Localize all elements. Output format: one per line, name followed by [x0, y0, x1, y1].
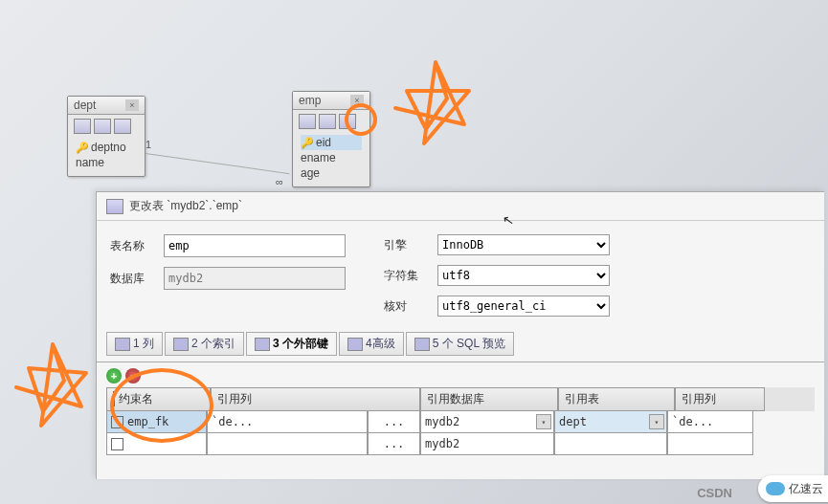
dialog-title: 更改表 `mydb2`.`emp` [129, 198, 242, 214]
sql-icon [414, 338, 430, 351]
chevron-down-icon[interactable]: ▾ [536, 414, 551, 429]
input-table-name[interactable] [164, 234, 346, 257]
label-database: 数据库 [110, 271, 158, 287]
er-toolbar [68, 115, 145, 138]
field-age[interactable]: age [301, 165, 362, 181]
er-title-bar: dept × [68, 97, 145, 115]
chevron-down-icon[interactable]: ▾ [649, 414, 664, 429]
cell-ref-table[interactable] [554, 433, 667, 455]
header-ref-db: 引用数据库 [420, 387, 558, 411]
cell-ref-db[interactable]: mydb2 [420, 433, 554, 455]
table-icon [319, 114, 336, 129]
watermark-yisu: 亿速云 [758, 475, 828, 502]
table-icon [106, 199, 123, 214]
circle-annotation-icon [110, 368, 213, 443]
ellipsis-button[interactable]: ... [368, 433, 420, 455]
grid-actions: + − [97, 362, 824, 387]
header-ref-col2: 引用列 [675, 387, 765, 411]
ellipsis-button[interactable]: ... [368, 411, 420, 433]
grid-row[interactable]: ... mydb2 [106, 433, 815, 455]
cardinality-one: 1 [145, 139, 151, 150]
watermark-csdn: CSDN [697, 486, 732, 500]
cell-ref-table[interactable]: dept▾ [554, 411, 667, 433]
table-icon [299, 114, 316, 129]
add-row-button[interactable]: + [106, 368, 122, 383]
relationship-line [145, 153, 290, 174]
input-database [164, 267, 346, 290]
cardinality-many: ∞ [276, 176, 283, 187]
select-engine[interactable]: InnoDB [437, 234, 610, 255]
header-ref-col: 引用列 [211, 387, 420, 411]
cloud-icon [766, 482, 785, 495]
er-fields: 🔑eid ename age [293, 133, 369, 186]
field-eid[interactable]: 🔑eid [301, 135, 362, 150]
table-icon [74, 119, 91, 134]
field-deptno[interactable]: 🔑deptno [76, 140, 137, 155]
er-table-name: emp [299, 94, 321, 107]
cell-ref-col2[interactable]: `de... [667, 411, 753, 433]
checkbox[interactable] [111, 438, 123, 450]
fk-icon [255, 338, 270, 351]
er-table-dept[interactable]: dept × 🔑deptno name [67, 96, 145, 177]
header-ref-table: 引用表 [558, 387, 675, 411]
grid-row[interactable]: emp_fk `de... ... mydb2▾ dept▾ `de... [106, 411, 815, 433]
label-charset: 字符集 [384, 268, 432, 284]
dialog-title-bar: 更改表 `mydb2`.`emp` [97, 192, 824, 221]
er-fields: 🔑deptno name [68, 138, 145, 176]
er-table-name: dept [74, 99, 96, 112]
tab-foreign-keys[interactable]: 3 个外部键 [246, 332, 337, 356]
label-table-name: 表名称 [110, 238, 158, 254]
star-annotation-icon [5, 335, 101, 449]
table-icon [114, 119, 131, 134]
key-icon: 🔑 [76, 142, 89, 153]
field-ename[interactable]: ename [301, 150, 362, 165]
columns-icon [115, 338, 130, 351]
label-collation: 核对 [384, 298, 432, 315]
cell-ref-col[interactable]: `de... [207, 411, 368, 433]
select-charset[interactable]: utf8 [437, 265, 610, 286]
key-icon: 🔑 [301, 137, 314, 148]
select-collation[interactable]: utf8_general_ci [437, 296, 610, 317]
cell-ref-db[interactable]: mydb2▾ [420, 411, 554, 433]
tab-advanced[interactable]: 4高级 [339, 332, 404, 356]
cell-ref-col[interactable] [207, 433, 368, 455]
tab-columns[interactable]: 1 列 [106, 332, 163, 356]
form-area: 表名称 数据库 引擎 InnoDB 字符集 utf8 核对 utf8_gener… [97, 221, 824, 324]
tab-sql-preview[interactable]: 5 个 SQL 预览 [406, 332, 514, 356]
cell-ref-col2[interactable] [667, 433, 753, 455]
circle-annotation-icon [345, 103, 377, 136]
alter-table-dialog: 更改表 `mydb2`.`emp` 表名称 数据库 引擎 InnoDB 字符集 … [96, 191, 824, 479]
cursor-icon: ↖ [502, 211, 516, 229]
tab-bar: 1 列 2 个索引 3 个外部键 4高级 5 个 SQL 预览 [97, 324, 824, 362]
advanced-icon [347, 338, 363, 351]
star-annotation-icon [378, 53, 493, 167]
tab-indexes[interactable]: 2 个索引 [165, 332, 244, 356]
table-icon [94, 119, 111, 134]
close-icon[interactable]: × [125, 99, 139, 111]
label-engine: 引擎 [384, 237, 432, 253]
field-name[interactable]: name [76, 155, 137, 170]
index-icon [173, 338, 189, 351]
